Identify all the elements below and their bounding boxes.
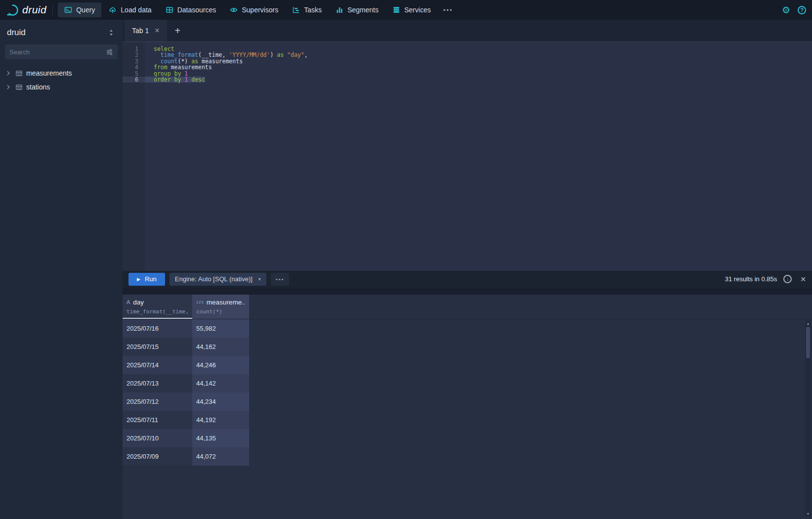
- table-cell[interactable]: 2025/07/09: [123, 447, 192, 466]
- nav-label: Services: [404, 6, 431, 14]
- topbar-divider: [52, 4, 53, 15]
- code-line: 6order by 1 desc: [123, 77, 812, 83]
- column-expression: time_format(__time,…: [127, 308, 188, 315]
- table-cell[interactable]: 44,135: [192, 429, 249, 447]
- line-number: 4: [123, 64, 145, 70]
- string-type-icon: A: [127, 299, 130, 305]
- code-line: 5group by 1: [123, 71, 812, 77]
- table-cell[interactable]: 2025/07/15: [123, 338, 192, 356]
- table-cell[interactable]: 2025/07/14: [123, 356, 192, 374]
- table-icon: [15, 70, 23, 77]
- tree-item-label: stations: [26, 83, 50, 91]
- close-results-icon[interactable]: ✕: [800, 275, 806, 283]
- code-line: 3 count(*) as measurements: [123, 58, 812, 64]
- more-options-button[interactable]: •••: [271, 273, 290, 286]
- table-cell[interactable]: 2025/07/16: [123, 319, 192, 338]
- add-tab-button[interactable]: +: [167, 20, 189, 42]
- results-body: 2025/07/1655,9822025/07/1544,1622025/07/…: [123, 319, 812, 466]
- database-icon: [392, 6, 400, 14]
- table-cell[interactable]: 55,982: [192, 319, 249, 338]
- nav-item-supervisors[interactable]: Supervisors: [223, 2, 285, 17]
- run-button[interactable]: ▶ Run: [128, 273, 165, 286]
- tree-item-stations[interactable]: stations: [0, 80, 123, 94]
- druid-logo-icon: [6, 3, 19, 17]
- line-number: 2: [123, 52, 145, 58]
- tab-1[interactable]: Tab 1 ×: [125, 20, 167, 42]
- gear-icon[interactable]: ⚙: [782, 5, 790, 15]
- nav-label: Segments: [347, 6, 379, 14]
- table-cell[interactable]: 2025/07/12: [123, 392, 192, 411]
- datasource-tree: measurements stations: [0, 66, 123, 94]
- table-cell[interactable]: 44,072: [192, 447, 249, 466]
- tree-item-label: measurements: [26, 69, 72, 77]
- bar-chart-icon: [336, 6, 343, 14]
- table-cell[interactable]: 44,142: [192, 374, 249, 392]
- play-icon: ▶: [137, 277, 140, 282]
- search-box: [5, 44, 118, 59]
- help-icon[interactable]: ?: [798, 6, 806, 14]
- results-info: 31 results in 0.85s: [725, 275, 777, 283]
- nav-label: Tasks: [304, 6, 322, 14]
- nav-item-services[interactable]: Services: [386, 2, 437, 17]
- table-cell[interactable]: 2025/07/11: [123, 411, 192, 429]
- cloud-upload-icon: [109, 6, 117, 14]
- table-row: 2025/07/1244,234: [123, 392, 812, 411]
- filter-icon[interactable]: [106, 48, 113, 56]
- datasources-icon: [166, 6, 173, 14]
- nav-item-tasks[interactable]: Tasks: [286, 2, 328, 17]
- scroll-up-icon[interactable]: ▲: [807, 320, 810, 327]
- chevron-right-icon[interactable]: [5, 70, 12, 77]
- column-header-measurements[interactable]: 123 measureme… count(*): [192, 295, 249, 319]
- run-label: Run: [145, 275, 157, 283]
- results-panel: A day time_format(__time,… 123 measureme…: [123, 295, 812, 519]
- nav-label: Query: [76, 6, 95, 14]
- query-view: Tab 1 × + 1select2 time_format(__time, '…: [123, 20, 812, 519]
- sidebar-header: druid: [0, 20, 123, 43]
- table-row: 2025/07/1655,982: [123, 319, 812, 338]
- console-icon: [64, 6, 72, 14]
- table-cell[interactable]: 44,234: [192, 392, 249, 411]
- line-number: 3: [123, 58, 145, 64]
- nav-item-load-data[interactable]: Load data: [102, 2, 158, 17]
- sql-editor[interactable]: 1select2 time_format(__time, 'YYYY/MM/dd…: [123, 42, 812, 271]
- tabstrip: Tab 1 × +: [123, 20, 812, 42]
- code-line: 4from measurements: [123, 64, 812, 70]
- column-header-day[interactable]: A day time_format(__time,…: [123, 295, 192, 319]
- scrollbar-thumb[interactable]: [806, 327, 810, 358]
- nav-item-datasources[interactable]: Datasources: [159, 2, 223, 17]
- column-name: 123 measureme…: [196, 299, 245, 306]
- table-row: 2025/07/1344,142: [123, 374, 812, 392]
- table-cell[interactable]: 2025/07/13: [123, 374, 192, 392]
- table-row: 2025/07/1044,135: [123, 429, 812, 447]
- tree-item-measurements[interactable]: measurements: [0, 66, 123, 80]
- number-type-icon: 123: [196, 300, 204, 304]
- chevron-right-icon[interactable]: [5, 84, 12, 90]
- table-cell[interactable]: 2025/07/10: [123, 429, 192, 447]
- table-cell[interactable]: 44,246: [192, 356, 249, 374]
- scroll-down-icon[interactable]: ▼: [807, 511, 810, 517]
- vertical-scrollbar[interactable]: ▲ ▼: [805, 320, 811, 518]
- download-icon[interactable]: ↓: [783, 275, 792, 283]
- run-bar: ▶ Run Engine: Auto [SQL (native)] ▾ ••• …: [123, 271, 812, 288]
- nav-more-button[interactable]: •••: [438, 3, 458, 17]
- chevron-down-icon: ▾: [258, 276, 261, 282]
- content: druid measuremen: [0, 20, 812, 519]
- schema-sidebar: druid measuremen: [0, 20, 123, 519]
- table-cell[interactable]: 44,162: [192, 338, 249, 356]
- search-input[interactable]: [9, 48, 106, 56]
- eye-icon: [230, 6, 238, 14]
- nav-label: Supervisors: [242, 6, 278, 14]
- engine-dropdown[interactable]: Engine: Auto [SQL (native)] ▾: [170, 273, 266, 286]
- druid-console: druid Query Load data Datasources: [0, 0, 812, 519]
- double-caret-icon[interactable]: [108, 29, 115, 37]
- topbar-right: ⚙ ?: [782, 5, 806, 15]
- brand[interactable]: druid: [6, 3, 51, 17]
- schema-title: druid: [7, 28, 26, 38]
- results-gap: [123, 288, 812, 295]
- table-cell[interactable]: 44,192: [192, 411, 249, 429]
- close-icon[interactable]: ×: [155, 26, 159, 35]
- nav-item-segments[interactable]: Segments: [329, 2, 385, 17]
- table-row: 2025/07/0944,072: [123, 447, 812, 466]
- table-row: 2025/07/1444,246: [123, 356, 812, 374]
- nav-item-query[interactable]: Query: [58, 2, 101, 17]
